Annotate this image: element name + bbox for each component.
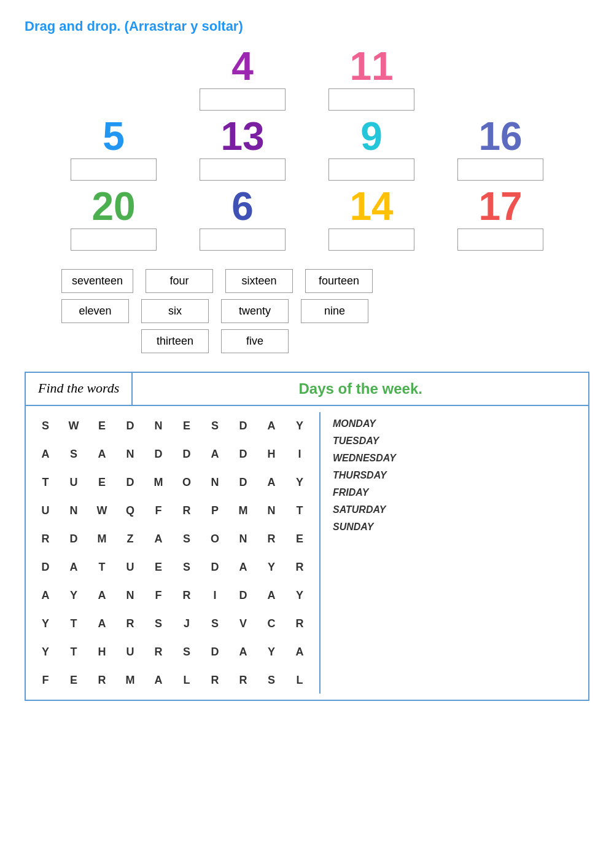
ws-cell-6-3: N — [117, 582, 144, 609]
number-4: 4 — [231, 47, 254, 86]
ws-cell-0-5: E — [173, 412, 200, 439]
ws-cell-5-4: E — [145, 553, 172, 581]
ws-cell-3-4: F — [145, 497, 172, 524]
input-13[interactable] — [200, 158, 286, 181]
ws-cell-8-8: Y — [258, 638, 285, 665]
input-17[interactable] — [457, 229, 543, 251]
ws-cell-3-1: N — [60, 497, 87, 524]
ws-cell-1-9: I — [286, 440, 313, 467]
ws-cell-2-5: O — [173, 469, 200, 496]
input-16[interactable] — [457, 158, 543, 181]
input-11[interactable] — [328, 88, 414, 111]
ws-cell-7-9: R — [286, 610, 313, 637]
ws-cell-0-2: E — [88, 412, 115, 439]
ws-cell-4-4: A — [145, 525, 172, 552]
ws-cell-1-6: A — [201, 440, 228, 467]
ws-cell-6-1: Y — [60, 582, 87, 609]
number-col-20: 20 — [58, 187, 169, 251]
word-five[interactable]: five — [221, 329, 289, 353]
input-14[interactable] — [328, 229, 414, 251]
ws-cell-2-8: A — [258, 469, 285, 496]
ws-cell-4-5: S — [173, 525, 200, 552]
ws-cell-4-8: R — [258, 525, 285, 552]
number-row-3: 20 6 14 17 — [25, 187, 589, 251]
ws-cell-8-3: U — [117, 638, 144, 665]
input-6[interactable] — [200, 229, 286, 251]
number-col-11: 11 — [316, 47, 427, 111]
ws-cell-5-8: Y — [258, 553, 285, 581]
ws-cell-2-1: U — [60, 469, 87, 496]
ws-cell-2-2: E — [88, 469, 115, 496]
wordsearch-grid: SWEDNESDAYASANDDADHITUEDMONDAYUNWQFRPMNT… — [32, 412, 313, 694]
ws-cell-5-9: R — [286, 553, 313, 581]
ws-cell-7-2: A — [88, 610, 115, 637]
ws-cell-4-6: O — [201, 525, 228, 552]
word-eleven[interactable]: eleven — [61, 299, 129, 323]
wordsearch-title-left: Find the words — [26, 373, 133, 405]
input-4[interactable] — [200, 88, 286, 111]
ws-cell-7-5: J — [173, 610, 200, 637]
word-nine[interactable]: nine — [301, 299, 368, 323]
word-six[interactable]: six — [141, 299, 209, 323]
ws-cell-9-8: S — [258, 667, 285, 694]
ws-cell-8-1: T — [60, 638, 87, 665]
ws-cell-9-0: F — [32, 667, 59, 694]
ws-cell-8-6: D — [201, 638, 228, 665]
ws-cell-4-3: Z — [117, 525, 144, 552]
ws-cell-7-7: V — [230, 610, 257, 637]
number-5: 5 — [103, 117, 125, 156]
word-four[interactable]: four — [146, 269, 213, 293]
ws-cell-7-8: C — [258, 610, 285, 637]
ws-cell-6-0: A — [32, 582, 59, 609]
word-twenty[interactable]: twenty — [221, 299, 289, 323]
ws-cell-4-2: M — [88, 525, 115, 552]
word-fourteen[interactable]: fourteen — [305, 269, 373, 293]
ws-cell-9-3: M — [117, 667, 144, 694]
ws-cell-0-7: D — [230, 412, 257, 439]
number-col-6: 6 — [187, 187, 298, 251]
input-20[interactable] — [71, 229, 157, 251]
number-col-16: 16 — [445, 117, 556, 181]
ws-cell-3-7: M — [230, 497, 257, 524]
drag-drop-section: 4 11 5 13 9 16 20 6 — [25, 47, 589, 251]
number-row-1: 4 11 — [25, 47, 589, 111]
ws-cell-4-1: D — [60, 525, 87, 552]
ws-cell-6-8: A — [258, 582, 285, 609]
ws-cell-3-3: Q — [117, 497, 144, 524]
ws-word-friday: FRIDAY — [333, 487, 396, 498]
number-col-5: 5 — [58, 117, 169, 181]
input-5[interactable] — [71, 158, 157, 181]
word-seventeen[interactable]: seventeen — [61, 269, 133, 293]
wordsearch-header: Find the words Days of the week. — [26, 373, 588, 406]
wordsearch-title-right: Days of the week. — [133, 373, 588, 405]
ws-cell-5-6: D — [201, 553, 228, 581]
number-13: 13 — [220, 117, 264, 156]
ws-word-monday: MONDAY — [333, 418, 396, 429]
number-col-13: 13 — [187, 117, 298, 181]
word-thirteen[interactable]: thirteen — [141, 329, 209, 353]
number-col-17: 17 — [445, 187, 556, 251]
word-sixteen[interactable]: sixteen — [225, 269, 293, 293]
ws-cell-9-1: E — [60, 667, 87, 694]
ws-cell-1-4: D — [145, 440, 172, 467]
ws-cell-7-0: Y — [32, 610, 59, 637]
ws-cell-6-2: A — [88, 582, 115, 609]
ws-word-saturday: SATURDAY — [333, 504, 396, 515]
ws-cell-2-9: Y — [286, 469, 313, 496]
number-6: 6 — [231, 187, 254, 226]
ws-cell-1-8: H — [258, 440, 285, 467]
ws-cell-7-4: S — [145, 610, 172, 637]
number-col-14: 14 — [316, 187, 427, 251]
ws-cell-0-3: D — [117, 412, 144, 439]
ws-word-thursday: THURSDAY — [333, 470, 396, 481]
ws-cell-7-6: S — [201, 610, 228, 637]
ws-cell-7-1: T — [60, 610, 87, 637]
ws-word-wednesday: WEDNESDAY — [333, 453, 396, 464]
number-16: 16 — [478, 117, 522, 156]
ws-cell-4-7: N — [230, 525, 257, 552]
ws-cell-5-0: D — [32, 553, 59, 581]
ws-cell-5-5: S — [173, 553, 200, 581]
words-row-1: seventeen four sixteen fourteen — [61, 269, 589, 293]
ws-cell-0-4: N — [145, 412, 172, 439]
input-9[interactable] — [328, 158, 414, 181]
